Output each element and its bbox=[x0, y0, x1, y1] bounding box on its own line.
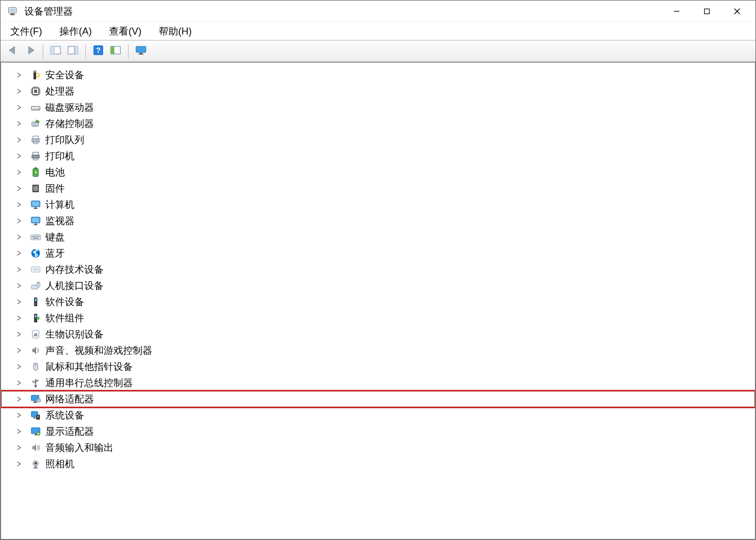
expand-chevron-icon[interactable] bbox=[15, 428, 23, 435]
tree-item-cameras[interactable]: 照相机 bbox=[1, 456, 755, 472]
usb-icon bbox=[30, 377, 41, 388]
tree-item-label: 生物识别设备 bbox=[45, 328, 104, 341]
expand-chevron-icon[interactable] bbox=[15, 314, 23, 322]
toolbar-scan-button[interactable] bbox=[107, 43, 124, 59]
expand-chevron-icon[interactable] bbox=[15, 168, 23, 176]
tree-item-computer[interactable]: 计算机 bbox=[1, 197, 755, 213]
window-title: 设备管理器 bbox=[24, 5, 73, 18]
tree-item-label: 蓝牙 bbox=[45, 247, 65, 260]
tree-item-hid[interactable]: 人机接口设备 bbox=[1, 278, 755, 294]
tree-item-memory-tech-devices[interactable]: 内存技术设备 bbox=[1, 261, 755, 278]
tree-item-label: 显示适配器 bbox=[45, 425, 94, 438]
tree-item-software-devices[interactable]: 软件设备 bbox=[1, 294, 755, 310]
toolbar-monitor-button[interactable] bbox=[133, 43, 149, 59]
tree-item-monitors[interactable]: 监视器 bbox=[1, 213, 755, 229]
expand-chevron-icon[interactable] bbox=[15, 120, 23, 127]
tree-item-biometric[interactable]: 生物识别设备 bbox=[1, 326, 755, 342]
tree-item-firmware[interactable]: 固件 bbox=[1, 180, 755, 197]
tree-item-label: 磁盘驱动器 bbox=[45, 101, 94, 114]
tree-item-label: 软件设备 bbox=[45, 295, 84, 308]
expand-chevron-icon[interactable] bbox=[15, 71, 23, 79]
expand-chevron-icon[interactable] bbox=[15, 379, 23, 387]
tree-item-audio-io[interactable]: 音频输入和输出 bbox=[1, 440, 755, 456]
monitor-icon bbox=[30, 199, 41, 210]
expand-chevron-icon[interactable] bbox=[15, 282, 23, 289]
tree-item-bluetooth[interactable]: 蓝牙 bbox=[1, 245, 755, 261]
close-button[interactable] bbox=[722, 1, 752, 22]
svg-rect-21 bbox=[138, 54, 144, 55]
toolbar-forward-button[interactable] bbox=[22, 43, 38, 59]
tree-item-storage-controllers[interactable]: 存储控制器 bbox=[1, 116, 755, 132]
tree-item-keyboards[interactable]: 键盘 bbox=[1, 229, 755, 245]
expand-chevron-icon[interactable] bbox=[15, 185, 23, 192]
menu-action[interactable]: 操作(A) bbox=[58, 23, 93, 40]
audio-icon bbox=[30, 442, 41, 453]
svg-rect-12 bbox=[75, 46, 78, 54]
expand-chevron-icon[interactable] bbox=[15, 395, 23, 403]
tree-item-security-devices[interactable]: 安全设备 bbox=[1, 67, 755, 83]
tree-item-printers[interactable]: 打印机 bbox=[1, 148, 755, 164]
toolbar-separator bbox=[128, 44, 129, 58]
details-pane-icon bbox=[50, 45, 61, 57]
toolbar-help-button[interactable]: ? bbox=[90, 43, 106, 59]
tree-item-label: 系统设备 bbox=[45, 409, 84, 422]
arrow-left-icon bbox=[7, 45, 19, 57]
tree-item-system-devices[interactable]: 系统设备 bbox=[1, 407, 755, 423]
tree-item-display-adapters[interactable]: 显示适配器 bbox=[1, 423, 755, 440]
svg-rect-10 bbox=[51, 46, 54, 54]
expand-chevron-icon[interactable] bbox=[15, 330, 23, 338]
expand-chevron-icon[interactable] bbox=[15, 152, 23, 160]
maximize-button[interactable] bbox=[692, 1, 722, 22]
expand-chevron-icon[interactable] bbox=[15, 298, 23, 306]
tree-item-usb-controllers[interactable]: 通用串行总线控制器 bbox=[1, 375, 755, 391]
expand-chevron-icon[interactable] bbox=[15, 136, 23, 144]
tree-item-disk-drives[interactable]: 磁盘驱动器 bbox=[1, 99, 755, 116]
toolbar-back-button[interactable] bbox=[5, 43, 21, 59]
tree-item-label: 安全设备 bbox=[45, 69, 84, 82]
expand-chevron-icon[interactable] bbox=[15, 233, 23, 241]
expand-chevron-icon[interactable] bbox=[15, 217, 23, 225]
expand-chevron-icon[interactable] bbox=[15, 460, 23, 468]
toolbar-details-button[interactable] bbox=[48, 43, 64, 59]
expand-chevron-icon[interactable] bbox=[15, 201, 23, 208]
tree-item-mice-pointing[interactable]: 鼠标和其他指针设备 bbox=[1, 359, 755, 375]
expand-chevron-icon[interactable] bbox=[15, 347, 23, 354]
tree-item-label: 打印队列 bbox=[45, 133, 84, 146]
tree-item-label: 软件组件 bbox=[45, 312, 84, 325]
tree-item-label: 声音、视频和游戏控制器 bbox=[45, 344, 152, 357]
tree-item-sound-video-game[interactable]: 声音、视频和游戏控制器 bbox=[1, 342, 755, 359]
tree-item-label: 电池 bbox=[45, 166, 65, 179]
tree-item-print-queues[interactable]: 打印队列 bbox=[1, 132, 755, 148]
toolbar-properties-button[interactable] bbox=[65, 43, 81, 59]
expand-chevron-icon[interactable] bbox=[15, 411, 23, 419]
toolbar: ? bbox=[1, 40, 755, 62]
system-icon bbox=[30, 410, 41, 421]
menu-help[interactable]: 帮助(H) bbox=[158, 23, 193, 40]
expand-chevron-icon[interactable] bbox=[15, 104, 23, 111]
tree-item-batteries[interactable]: 电池 bbox=[1, 164, 755, 180]
tree-item-label: 计算机 bbox=[45, 198, 75, 211]
expand-chevron-icon[interactable] bbox=[15, 249, 23, 257]
expand-chevron-icon[interactable] bbox=[15, 363, 23, 370]
tree-item-software-components[interactable]: 软件组件 bbox=[1, 310, 755, 326]
camera-icon bbox=[30, 458, 41, 469]
hid-icon bbox=[30, 280, 41, 291]
speaker-icon bbox=[30, 345, 41, 356]
expand-chevron-icon[interactable] bbox=[15, 266, 23, 273]
svg-rect-2 bbox=[11, 14, 14, 15]
expand-chevron-icon[interactable] bbox=[15, 87, 23, 95]
menu-file[interactable]: 文件(F) bbox=[9, 23, 43, 40]
minimize-button[interactable] bbox=[662, 1, 692, 22]
menu-view[interactable]: 查看(V) bbox=[108, 23, 143, 40]
svg-rect-20 bbox=[139, 53, 143, 54]
toolbar-separator bbox=[85, 44, 86, 58]
svg-rect-19 bbox=[136, 46, 146, 52]
device-tree-panel[interactable]: 安全设备处理器磁盘驱动器存储控制器打印队列打印机电池固件计算机监视器键盘蓝牙内存… bbox=[1, 62, 755, 539]
tree-item-label: 键盘 bbox=[45, 231, 65, 244]
app-icon bbox=[7, 6, 18, 17]
tree-item-processors[interactable]: 处理器 bbox=[1, 83, 755, 99]
software-icon bbox=[30, 296, 41, 307]
expand-chevron-icon[interactable] bbox=[15, 444, 23, 451]
svg-text:?: ? bbox=[96, 46, 101, 55]
tree-item-network-adapters[interactable]: 网络适配器 bbox=[1, 391, 755, 407]
